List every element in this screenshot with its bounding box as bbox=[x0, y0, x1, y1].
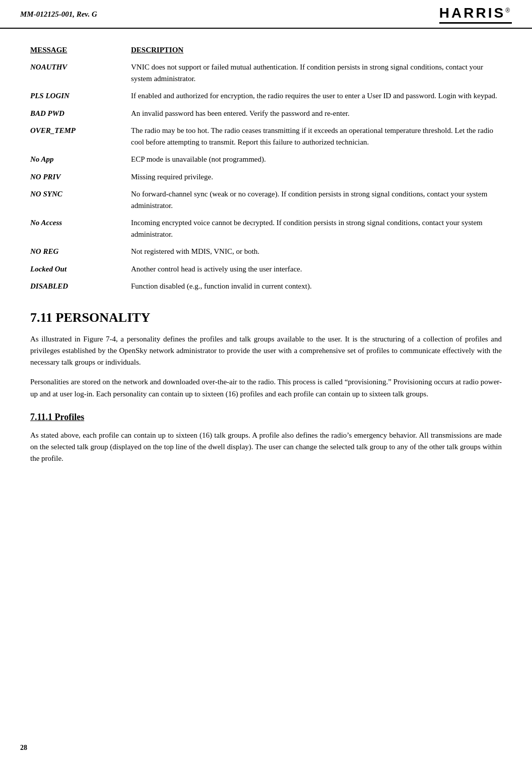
table-row: PLS LOGINIf enabled and authorized for e… bbox=[30, 87, 502, 105]
description-cell: Another control head is actively using t… bbox=[131, 260, 502, 278]
section-711-para2: Personalities are stored on the network … bbox=[30, 376, 502, 400]
message-cell: NO PRIV bbox=[30, 168, 131, 186]
logo-text: HARRIS bbox=[439, 5, 505, 21]
page-footer: 28 bbox=[20, 744, 27, 752]
description-cell: ECP mode is unavailable (not programmed)… bbox=[131, 151, 502, 168]
description-cell: Function disabled (e.g., function invali… bbox=[131, 278, 502, 295]
logo-reg: ® bbox=[505, 7, 512, 14]
table-row: Locked OutAnother control head is active… bbox=[30, 260, 502, 278]
message-cell: Locked Out bbox=[30, 260, 131, 278]
message-cell: DISABLED bbox=[30, 278, 131, 295]
section-711-1-para1: As stated above, each profile can contai… bbox=[30, 430, 502, 465]
table-row: DISABLEDFunction disabled (e.g., functio… bbox=[30, 278, 502, 295]
message-cell: NO SYNC bbox=[30, 185, 131, 214]
col-message-header: MESSAGE bbox=[30, 44, 131, 58]
description-cell: Incoming encrypted voice cannot be decry… bbox=[131, 214, 502, 243]
description-cell: An invalid password has been entered. Ve… bbox=[131, 105, 502, 122]
table-row: BAD PWDAn invalid password has been ente… bbox=[30, 105, 502, 122]
table-row: No AppECP mode is unavailable (not progr… bbox=[30, 151, 502, 168]
message-cell: PLS LOGIN bbox=[30, 87, 131, 105]
description-cell: Not registered with MDIS, VNIC, or both. bbox=[131, 243, 502, 260]
table-row: NO REGNot registered with MDIS, VNIC, or… bbox=[30, 243, 502, 260]
message-cell: No App bbox=[30, 151, 131, 168]
description-cell: No forward-channel sync (weak or no cove… bbox=[131, 185, 502, 214]
table-row: NOAUTHVVNIC does not support or failed m… bbox=[30, 58, 502, 87]
page-header: MM-012125-001, Rev. G HARRIS® bbox=[0, 0, 532, 29]
logo-underline bbox=[439, 22, 512, 24]
table-row: No AccessIncoming encrypted voice cannot… bbox=[30, 214, 502, 243]
description-cell: If enabled and authorized for encryption… bbox=[131, 87, 502, 105]
message-cell: NO REG bbox=[30, 243, 131, 260]
table-header-row: MESSAGE DESCRIPTION bbox=[30, 44, 502, 58]
table-row: NO SYNCNo forward-channel sync (weak or … bbox=[30, 185, 502, 214]
page-number: 28 bbox=[20, 744, 27, 751]
description-cell: Missing required privilege. bbox=[131, 168, 502, 186]
table-row: OVER_TEMPThe radio may be too hot. The r… bbox=[30, 122, 502, 151]
harris-logo: HARRIS® bbox=[439, 5, 512, 21]
doc-number: MM-012125-001, Rev. G bbox=[20, 10, 97, 19]
table-row: NO PRIVMissing required privilege. bbox=[30, 168, 502, 186]
message-cell: NOAUTHV bbox=[30, 58, 131, 87]
message-table: MESSAGE DESCRIPTION NOAUTHVVNIC does not… bbox=[30, 44, 502, 295]
logo-container: HARRIS® bbox=[439, 5, 512, 24]
col-description-header: DESCRIPTION bbox=[131, 44, 502, 58]
main-content: MESSAGE DESCRIPTION NOAUTHVVNIC does not… bbox=[0, 29, 532, 488]
section-711-para1: As illustrated in Figure 7-4, a personal… bbox=[30, 333, 502, 369]
description-cell: The radio may be too hot. The radio ceas… bbox=[131, 122, 502, 151]
message-cell: No Access bbox=[30, 214, 131, 243]
message-cell: BAD PWD bbox=[30, 105, 131, 122]
section-711-heading: 7.11 PERSONALITY bbox=[30, 310, 502, 325]
description-cell: VNIC does not support or failed mutual a… bbox=[131, 58, 502, 87]
message-cell: OVER_TEMP bbox=[30, 122, 131, 151]
section-711-1-heading: 7.11.1 Profiles bbox=[30, 412, 502, 423]
